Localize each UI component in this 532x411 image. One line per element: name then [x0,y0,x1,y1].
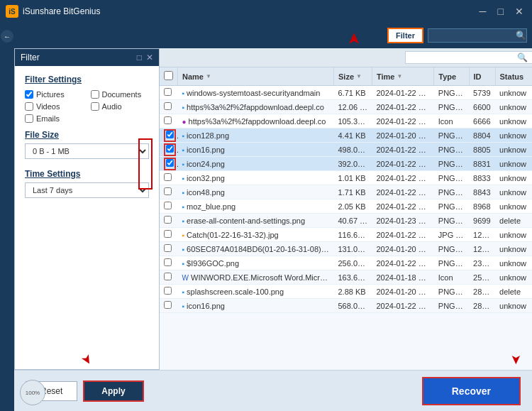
filter-body: Filter Settings Pictures Documents Vi [15,66,159,369]
audio-label: Audio [102,102,122,111]
videos-checkbox[interactable] [25,102,33,111]
table-row: ● https%3a%2f%2fappdownload.deepl.co 105… [160,114,532,128]
videos-checkbox-item[interactable]: Videos [25,102,84,111]
row-checkbox-9[interactable] [164,216,172,224]
select-all-checkbox[interactable] [164,71,173,80]
filter-close-icon[interactable]: ✕ [146,53,153,62]
row-checkbox-5[interactable] [166,159,174,167]
filter-panel: Filter □ ✕ Filter Settings Pictures [14,48,160,370]
row-time: 2024-01-22 08:48:56 [372,86,433,100]
col-size-header[interactable]: Size▼ [334,67,372,86]
content-area: Filter 🔍 Filter □ ✕ Filter Settings [14,23,532,411]
row-size: 1.01 KB [334,171,372,185]
row-checkbox-7[interactable] [164,187,172,195]
app-icon: iS [6,5,18,18]
row-checkbox-10[interactable] [164,230,172,238]
file-list-search-icon[interactable]: 🔍 [517,53,528,62]
top-search-icon[interactable]: 🔍 [516,31,526,40]
row-checkbox-wrapper[interactable] [164,259,172,268]
row-time: 2024-01-23 08:45:23 [372,214,433,228]
time-settings-select[interactable]: Last 7 days Last 30 days Last 3 months C… [25,182,149,198]
apply-button[interactable]: Apply [83,380,143,402]
row-checkbox-wrapper[interactable] [164,103,172,111]
row-checkbox-wrapper[interactable] [164,143,176,156]
row-checkbox-wrapper[interactable] [164,245,172,253]
row-checkbox-wrapper[interactable] [164,231,172,239]
table-row: W WINWORD.EXE.Microsoft Word.Microsc 163… [160,270,532,285]
top-search-input[interactable] [428,28,527,43]
row-checkbox-13[interactable] [164,273,172,280]
table-row: ▪ icon24.png 392.00 B 2024-01-22 11:51:0… [160,157,532,171]
row-type: PNG File [434,86,469,100]
row-time: 2024-01-20 08:51:25 [372,128,433,143]
emails-checkbox[interactable] [25,114,33,123]
row-checkbox-8[interactable] [164,202,172,209]
row-type: PNG File [434,143,469,157]
row-status: unknow [495,157,532,171]
file-list-area: 🔍 Name▼ Size▼ [160,48,532,370]
pictures-checkbox-item[interactable]: Pictures [25,90,84,99]
emails-checkbox-item[interactable]: Emails [25,114,84,123]
minimize-btn[interactable]: ─ [477,6,489,17]
documents-checkbox-item[interactable]: Documents [91,90,150,99]
table-row: ▪ moz_blue.png 2.05 KB 2024-01-22 15:30:… [160,199,532,214]
row-checkbox-wrapper[interactable] [164,117,172,126]
row-checkbox-wrapper[interactable] [164,188,172,197]
row-name: ▪ icon24.png [178,157,334,171]
row-checkbox-wrapper[interactable] [164,202,172,211]
row-name: ▪ Catch(01-22-16-31-32).jpg [178,228,334,242]
row-size: 163.63 KB [334,270,372,285]
row-checkbox-0[interactable] [164,88,172,96]
row-time: 2024-01-22 16:05:39 [372,114,433,128]
col-time-header[interactable]: Time▼ [372,67,433,86]
row-checkbox-6[interactable] [164,173,172,181]
table-row: ▪ icon48.png 1.71 KB 2024-01-22 15:09:34… [160,185,532,199]
row-checkbox-2[interactable] [164,116,172,124]
row-type: PNG File [434,171,469,185]
documents-label: Documents [102,90,142,99]
table-row: ▪ icon16.png 568.00 B 2024-01-22 15:25:5… [160,299,532,313]
row-id: 6600 [469,100,495,114]
filter-restore-icon[interactable]: □ [137,53,142,62]
row-checkbox-12[interactable] [164,258,172,266]
audio-checkbox-item[interactable]: Audio [91,102,150,111]
row-id: 25574 [469,270,495,285]
zoom-control[interactable]: 100% [20,380,45,405]
row-checkbox-wrapper[interactable] [164,129,176,142]
row-checkbox-15[interactable] [164,301,172,309]
row-checkbox-wrapper[interactable] [164,287,172,296]
row-checkbox-14[interactable] [164,287,172,295]
back-button[interactable]: ← [1,30,13,43]
col-name-header[interactable]: Name▼ [178,67,334,86]
file-list-search-input[interactable] [405,51,532,64]
row-checkbox-wrapper[interactable] [164,89,172,97]
close-btn[interactable]: ✕ [512,6,526,17]
file-table: Name▼ Size▼ Time▼ Type ID Statu [160,67,532,370]
row-checkbox-wrapper[interactable] [164,217,172,225]
recover-button[interactable]: Recover [422,377,521,405]
row-type: PNG File [434,100,469,114]
audio-checkbox[interactable] [91,102,99,111]
row-checkbox-wrapper[interactable] [164,158,176,170]
table-row: ▪ icon16.png 498.00 B 2024-01-22 15:09:3… [160,143,532,157]
row-checkbox-1[interactable] [164,102,172,110]
filter-panel-header: Filter □ ✕ [15,49,159,66]
row-checkbox-3[interactable] [166,131,174,138]
filter-button[interactable]: Filter [387,28,423,43]
maximize-btn[interactable]: □ [495,6,506,17]
row-checkbox-wrapper[interactable] [164,273,172,282]
row-checkbox-wrapper[interactable] [164,174,172,182]
row-checkbox-4[interactable] [166,145,174,153]
filter-panel-icons: □ ✕ [137,53,153,62]
row-status: delete [495,285,532,299]
pictures-checkbox[interactable] [25,90,33,99]
window-controls: ─ □ ✕ [477,6,526,17]
row-id: 6666 [469,114,495,128]
row-checkbox-11[interactable] [164,244,172,252]
row-checkbox-wrapper[interactable] [164,302,172,310]
file-size-select[interactable]: 0 B - 1 MB 1 MB - 10 MB 10 MB - 100 MB >… [25,143,149,159]
documents-checkbox[interactable] [91,90,99,99]
row-name: ▪ 60SEC874A0184BD6(01-20-16-31-08).pn [178,242,334,256]
main-container: ← Filter 🔍 Filter □ ✕ Filter Settings [0,23,532,411]
row-status: unknow [495,228,532,242]
